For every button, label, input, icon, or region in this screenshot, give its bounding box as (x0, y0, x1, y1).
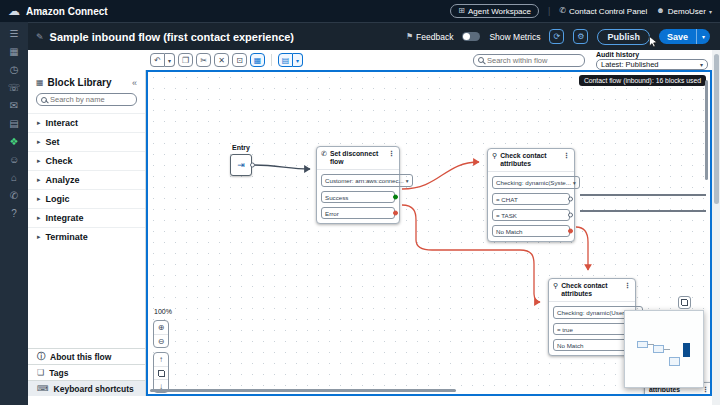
chevron-down-icon: ▾ (709, 8, 712, 15)
output-connector[interactable] (393, 211, 398, 216)
library-search-input[interactable] (50, 95, 132, 104)
flow-canvas[interactable]: Contact flow (inbound): 16 blocks used E… (146, 70, 712, 396)
category-interact[interactable]: ▸Interact (28, 113, 145, 132)
feedback-label: Feedback (416, 32, 453, 42)
show-metrics-toggle[interactable] (462, 32, 480, 41)
output-error[interactable]: Error (321, 207, 395, 219)
delete-button[interactable]: ✕ (214, 53, 229, 67)
output-label: = true (557, 326, 573, 333)
page-scrollbar[interactable] (712, 50, 720, 405)
user-menu[interactable]: ☻ DemoUser ▾ (656, 7, 712, 16)
layout-button[interactable]: ▤ (278, 53, 293, 67)
publish-button[interactable]: Publish (597, 29, 650, 45)
users-icon[interactable]: ☺ (9, 155, 19, 165)
cut-button[interactable]: ✂ (196, 53, 211, 67)
messaging-icon[interactable]: ✉ (10, 101, 18, 111)
output-success[interactable]: Success (321, 191, 395, 203)
output-no-match[interactable]: No Match (553, 339, 631, 351)
flows-icon[interactable]: ❖ (10, 137, 19, 147)
history-icon[interactable]: ◷ (10, 65, 19, 75)
set-disconnect-flow-block[interactable]: ✆ Set disconnect flow ⋮ Customer: arn:aw… (316, 146, 400, 224)
calls-icon[interactable]: ✆ (10, 191, 18, 201)
feedback-button[interactable]: ⚑ Feedback (406, 32, 454, 42)
sync-button[interactable]: ⟳ (549, 29, 564, 44)
contact-control-panel-button[interactable]: ✆ Contact Control Panel (559, 7, 647, 16)
layout-menu-button[interactable]: ▾ (293, 53, 303, 67)
menu-icon[interactable]: ☰ (10, 29, 19, 39)
help-icon[interactable]: ? (11, 209, 17, 219)
minimap[interactable] (624, 310, 704, 388)
minimap-block (653, 345, 664, 353)
minimap-expand-icon[interactable] (678, 296, 691, 309)
audit-history-value: Latest: Published (601, 60, 659, 69)
category-terminate[interactable]: ▸Terminate (28, 227, 145, 246)
save-menu-button[interactable]: ▾ (696, 29, 710, 44)
block-body: Customer: arn:aws:connec... ▾ Success Er… (317, 170, 399, 223)
output-task[interactable]: = TASK (492, 209, 570, 221)
block-title: Set disconnect flow (330, 150, 385, 166)
chevron-down-icon: ▾ (406, 178, 409, 184)
zoom-out-icon[interactable]: ⊖ (154, 334, 168, 347)
entry-label: Entry (224, 144, 258, 151)
block-menu-icon[interactable]: ⋮ (624, 282, 631, 289)
keyboard-shortcuts-button[interactable]: ⌨Keyboard shortcuts (28, 380, 145, 396)
metrics-icon[interactable]: ▤ (9, 119, 18, 129)
category-label: Terminate (46, 232, 88, 242)
fit-view-button[interactable]: ⊡ (232, 53, 247, 67)
block-menu-icon[interactable]: ⋮ (563, 152, 570, 159)
entry-block[interactable]: Entry ⇥ (224, 144, 258, 176)
chevron-right-icon: ▸ (37, 195, 41, 203)
category-analyze[interactable]: ▸Analyze (28, 170, 145, 189)
agent-workspace-button[interactable]: ⊞ Agent Workspace (450, 4, 539, 18)
entry-node[interactable]: ⇥ (230, 154, 252, 176)
fit-screen-icon[interactable] (154, 366, 168, 379)
block-menu-icon[interactable]: ⋮ (388, 150, 395, 157)
feedback-icon: ⚑ (406, 33, 413, 41)
audit-history-select[interactable]: Latest: Published ▾ (596, 59, 708, 70)
snap-grid-button[interactable]: ▦ (250, 53, 265, 67)
block-parameter-select[interactable]: Checking: dynamic(Syste... ▾ (492, 176, 580, 189)
output-connector[interactable] (393, 195, 398, 200)
canvas-vertical-scrollbar[interactable] (705, 80, 708, 180)
save-button[interactable]: Save (659, 29, 696, 44)
flow-header: ✎ Sample inbound flow (first contact exp… (0, 22, 720, 50)
tags-button[interactable]: ❏Tags (28, 364, 145, 380)
output-connector[interactable] (250, 163, 255, 168)
undo-menu-button[interactable]: ▾ (165, 53, 175, 67)
about-this-flow-button[interactable]: ⓘAbout this flow (28, 348, 145, 364)
block-library-panel: ▦ Block Library « ▸Interact ▸Set ▸Check … (28, 70, 146, 396)
pan-up-icon[interactable]: ↑ (154, 353, 168, 366)
category-logic[interactable]: ▸Logic (28, 189, 145, 208)
entry-arrow-icon: ⇥ (237, 160, 245, 170)
output-connector[interactable] (568, 229, 573, 234)
check-contact-attributes-block-1[interactable]: ⚲ Check contact attributes ⋮ Checking: d… (487, 148, 575, 242)
edit-title-icon[interactable]: ✎ (36, 32, 44, 42)
output-no-match[interactable]: No Match (492, 225, 570, 237)
output-label: Success (325, 194, 348, 201)
routing-icon[interactable]: ☏ (8, 83, 21, 93)
output-connector[interactable] (568, 197, 573, 202)
flow-search-input[interactable] (487, 56, 580, 65)
output-chat[interactable]: = CHAT (492, 193, 570, 205)
copy-button[interactable]: ❐ (178, 53, 193, 67)
block-header: ⚲ Check contact attributes ⋮ (549, 279, 635, 302)
modules-icon[interactable]: ⌂ (11, 173, 17, 183)
category-integrate[interactable]: ▸Integrate (28, 208, 145, 227)
category-set[interactable]: ▸Set (28, 132, 145, 151)
output-true[interactable]: = true (553, 323, 631, 335)
category-check[interactable]: ▸Check (28, 151, 145, 170)
canvas-horizontal-scrollbar[interactable] (150, 389, 456, 392)
check-contact-attributes-block-2[interactable]: ⚲ Check contact attributes ⋮ Checking: d… (548, 278, 636, 356)
settings-button[interactable]: ⚙ (573, 29, 588, 44)
collapse-panel-icon[interactable]: « (132, 78, 137, 88)
output-connector[interactable] (568, 213, 573, 218)
save-split-button: Save ▾ (659, 29, 710, 44)
block-parameter-select[interactable]: Customer: arn:aws:connec... ▾ (321, 174, 413, 187)
zoom-in-icon[interactable]: ⊕ (154, 321, 168, 334)
dashboard-icon[interactable]: ▦ (9, 47, 18, 57)
page-scrollbar-thumb[interactable] (714, 54, 719, 204)
parameter-value: Checking: dynamic(Syste... (496, 179, 571, 186)
zoom-controls: ⊕ ⊖ (153, 320, 169, 348)
library-icon: ▦ (36, 78, 44, 87)
undo-button[interactable]: ↶ (150, 53, 165, 67)
